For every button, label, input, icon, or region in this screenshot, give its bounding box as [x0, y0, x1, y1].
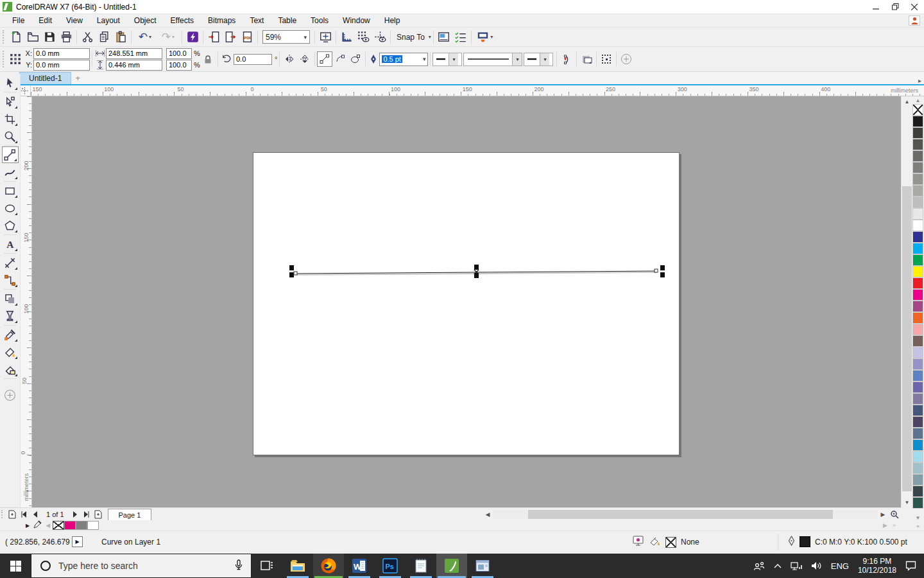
welcome-screen-button[interactable]: [436, 29, 452, 46]
color-swatch[interactable]: [912, 324, 923, 335]
freehand-tool[interactable]: [2, 146, 19, 163]
color-swatch[interactable]: [912, 208, 923, 220]
task-view-button[interactable]: [252, 554, 282, 578]
toolbar-grip[interactable]: [3, 30, 6, 43]
horizontal-ruler[interactable]: 15010050050100150200250300350400 millime…: [19, 85, 924, 96]
color-swatch[interactable]: [912, 451, 923, 462]
first-page-button[interactable]: [18, 509, 30, 520]
color-swatch[interactable]: [912, 486, 923, 497]
doc-palette-scroll-right[interactable]: ▶: [883, 522, 887, 529]
vertical-scrollbar-thumb[interactable]: [902, 186, 912, 491]
people-icon[interactable]: [753, 561, 765, 571]
taskbar-search-box[interactable]: Type here to search: [31, 554, 252, 578]
corel-connect-button[interactable]: [184, 29, 201, 46]
add-page-button[interactable]: [6, 509, 18, 520]
snap-to-button[interactable]: Snap To▾: [393, 33, 431, 42]
quick-customize-button[interactable]: [619, 51, 634, 67]
ruler-origin-button[interactable]: [19, 85, 31, 96]
doc-palette-swatch[interactable]: [76, 521, 87, 530]
hidden-icons-chevron[interactable]: [774, 563, 782, 568]
doc-palette-scroll-left[interactable]: ◀: [46, 522, 50, 529]
color-swatch[interactable]: [912, 173, 923, 185]
selected-line-object[interactable]: [289, 264, 665, 279]
ellipse-tool[interactable]: [2, 200, 19, 216]
end-arrowhead-dropdown[interactable]: ▾: [524, 53, 553, 66]
save-button[interactable]: [41, 29, 58, 46]
color-swatch[interactable]: [912, 416, 923, 428]
color-swatch[interactable]: [912, 405, 923, 416]
horizontal-scrollbar-thumb[interactable]: [528, 510, 833, 519]
taskbar-app-word[interactable]: W: [344, 554, 375, 578]
restore-button[interactable]: [886, 0, 905, 14]
start-button[interactable]: [0, 554, 31, 578]
scale-h-input[interactable]: [166, 48, 192, 59]
rotation-angle-input[interactable]: [234, 54, 272, 65]
volume-icon[interactable]: [811, 561, 822, 570]
palette-scroll-up-button[interactable]: ▲: [912, 96, 924, 104]
close-curve-button[interactable]: [559, 51, 574, 67]
arc-segment-button[interactable]: [332, 51, 348, 67]
taskbar-app-coreldraw[interactable]: [436, 554, 467, 578]
show-grid-button[interactable]: [355, 29, 372, 46]
menu-layout[interactable]: Layout: [90, 15, 127, 26]
scroll-right-button[interactable]: ▶: [878, 509, 888, 520]
new-document-tab-button[interactable]: +: [71, 72, 84, 84]
taskbar-app-file-explorer[interactable]: [282, 554, 313, 578]
document-palette-flyout-button[interactable]: ▶: [26, 523, 30, 529]
doc-palette-expand[interactable]: »: [893, 522, 896, 529]
lock-ratio-button[interactable]: [200, 51, 216, 67]
minimize-button[interactable]: [866, 0, 886, 14]
redo-button[interactable]: ↷▾: [157, 29, 180, 46]
language-indicator[interactable]: ENG: [831, 561, 849, 571]
menu-table[interactable]: Table: [271, 15, 304, 26]
add-page-after-button[interactable]: [92, 509, 104, 520]
new-document-button[interactable]: [8, 29, 24, 46]
color-swatch[interactable]: [912, 185, 923, 197]
mirror-horizontal-button[interactable]: [282, 51, 297, 67]
pagenav-grip[interactable]: [1, 510, 4, 518]
propbar-grip[interactable]: [3, 51, 6, 68]
previous-page-button[interactable]: [30, 509, 41, 520]
palette-scroll-down-button[interactable]: ▼: [912, 514, 924, 522]
color-swatch[interactable]: [912, 358, 923, 370]
palette-expand-button[interactable]: »: [912, 522, 924, 530]
x-position-input[interactable]: [33, 48, 90, 59]
clock[interactable]: 9:16 PM10/12/2018: [858, 557, 896, 575]
menu-effects[interactable]: Effects: [164, 15, 201, 26]
outline-pen-icon[interactable]: [788, 536, 795, 548]
cut-button[interactable]: [79, 29, 96, 46]
color-swatch[interactable]: [912, 381, 923, 393]
copy-button[interactable]: [96, 29, 112, 46]
scroll-down-button[interactable]: ▼: [902, 497, 912, 507]
text-tool[interactable]: A: [2, 236, 19, 252]
y-position-input[interactable]: [33, 60, 90, 71]
taskbar-app-notepad[interactable]: [406, 554, 436, 578]
show-guidelines-button[interactable]: [372, 29, 388, 46]
menu-tools[interactable]: Tools: [304, 15, 336, 26]
vertical-scrollbar[interactable]: ▲ ▼: [901, 96, 912, 507]
menu-view[interactable]: View: [59, 15, 90, 26]
export-button[interactable]: [222, 29, 239, 46]
fill-bucket-icon[interactable]: [649, 536, 661, 548]
options-button[interactable]: [452, 29, 469, 46]
print-button[interactable]: [58, 29, 74, 46]
color-swatch[interactable]: [912, 220, 923, 231]
page-tab[interactable]: Page 1: [108, 509, 152, 521]
vertical-ruler[interactable]: millimeters 200150100500: [21, 96, 32, 507]
crop-tool[interactable]: [2, 110, 19, 127]
wrap-text-button[interactable]: [579, 51, 594, 67]
polygon-tool[interactable]: [2, 217, 19, 234]
connector-tool[interactable]: [2, 272, 19, 288]
import-button[interactable]: [205, 29, 222, 46]
color-swatch[interactable]: [912, 266, 923, 277]
taskbar-app-app-window[interactable]: [467, 554, 498, 578]
taskbar-app-firefox[interactable]: [313, 554, 344, 578]
palette-eyedropper-icon[interactable]: [33, 520, 42, 530]
color-proof-icon[interactable]: [633, 536, 645, 548]
color-swatch[interactable]: [912, 197, 923, 208]
drop-shadow-tool[interactable]: [2, 290, 19, 307]
color-swatch[interactable]: [912, 312, 923, 324]
account-sign-in-button[interactable]: [909, 15, 920, 26]
menu-object[interactable]: Object: [127, 15, 164, 26]
application-launcher-button[interactable]: ▾: [474, 29, 497, 46]
